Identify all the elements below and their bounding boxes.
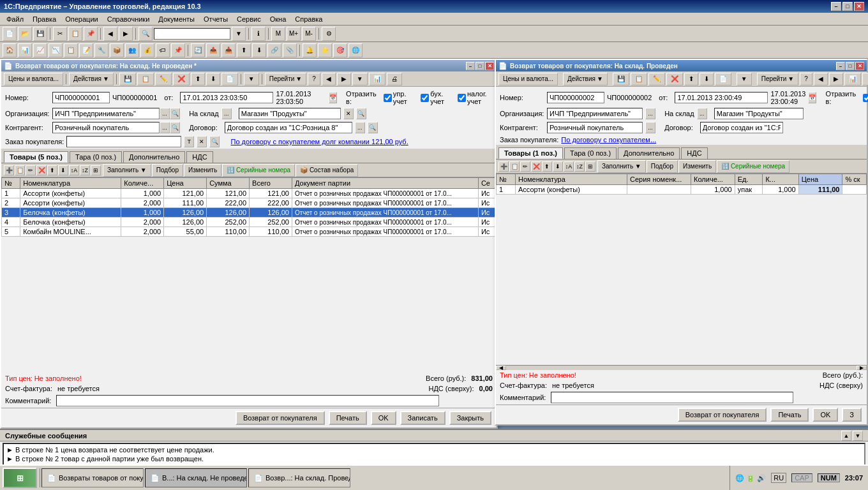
w2-tb-icon9[interactable]: ▶: [829, 73, 843, 85]
tb2-btn2[interactable]: 📊: [18, 43, 32, 57]
dogovor-search-btn[interactable]: 🔍: [368, 122, 378, 133]
actions-btn[interactable]: Действия ▼: [69, 73, 114, 85]
w2-serial-btn[interactable]: 🔢 Серийные номера: [717, 160, 789, 173]
table-row[interactable]: 2 Ассорти (конфеты) 2,000 111,00 222,00 …: [2, 198, 497, 208]
zakaz-search-btn[interactable]: 🔍: [209, 136, 220, 147]
tb-m[interactable]: M: [271, 27, 285, 41]
tb-paste[interactable]: 📌: [84, 27, 98, 41]
vozvrat-btn[interactable]: Возврат от покупателя: [236, 411, 325, 425]
window2-hscroll[interactable]: ◀ ▶: [496, 365, 867, 370]
tb2-btn16[interactable]: ⬆: [237, 43, 251, 57]
tb-icon8[interactable]: ◀: [322, 73, 336, 85]
org-search-btn[interactable]: 🔍: [170, 108, 180, 119]
w2-tab-tara[interactable]: Тара (0 поз.): [564, 147, 617, 159]
w2-tbl-sort2[interactable]: ↕Z: [574, 161, 585, 172]
window1-close[interactable]: ✕: [485, 62, 494, 70]
scroll-left-btn[interactable]: ◀: [496, 366, 506, 370]
nalog-uchet-check[interactable]: налог. учет: [458, 90, 493, 105]
tb2-btn20[interactable]: 🔔: [303, 43, 317, 57]
tab-tovary[interactable]: Товары (5 поз.): [4, 151, 68, 163]
tb-icon7[interactable]: 📄: [221, 73, 238, 85]
table-row[interactable]: 3 Белочка (конфеты) 1,000 126,00 126,00 …: [2, 208, 497, 218]
zapolnit-btn[interactable]: Заполнить ▼: [103, 164, 151, 177]
w2-zapolnit-btn[interactable]: Заполнить ▼: [597, 160, 646, 173]
taskbar-item-3[interactable]: 📄 Возвр...: На склад. Проведен: [248, 468, 350, 487]
tab-nds[interactable]: НДС: [186, 151, 213, 163]
w2-vozvrat-btn[interactable]: Возврат от покупателя: [678, 408, 767, 422]
w2-org-btn[interactable]: ...: [645, 108, 655, 119]
close-btn[interactable]: ✕: [854, 2, 864, 11]
tb-open[interactable]: 📂: [18, 27, 32, 41]
tb2-btn4[interactable]: 📉: [49, 43, 63, 57]
w2-actions-btn[interactable]: Действия ▼: [563, 73, 608, 85]
zakaz-x-btn[interactable]: ✕: [197, 136, 207, 147]
w2-dogovor-link[interactable]: По договору с покупателем...: [561, 136, 656, 144]
dogovor-link[interactable]: По договору с покупателем долг компании …: [231, 138, 408, 145]
tb-cut[interactable]: ✂: [53, 27, 67, 41]
w2-comment-input[interactable]: [551, 392, 793, 403]
scroll-right-btn[interactable]: ▶: [857, 366, 867, 370]
perejti-btn[interactable]: Перейти ▼: [265, 73, 307, 85]
tb-icon9[interactable]: ▶: [337, 73, 351, 85]
taskbar-item-1[interactable]: 📄 Возвраты товаров от покуп...: [41, 468, 144, 487]
w2-podbor-btn[interactable]: Подбор: [647, 160, 678, 173]
w2-tb-icon3[interactable]: ✏️: [648, 73, 665, 85]
menu-service[interactable]: Сервис: [233, 14, 265, 24]
tb-search[interactable]: 🔍: [138, 27, 153, 41]
w2-date-btn[interactable]: 📅: [808, 92, 816, 103]
zakaz-input[interactable]: [66, 136, 181, 147]
tb-icon6[interactable]: ⬇: [206, 73, 220, 85]
tb-icon1[interactable]: 💾: [119, 73, 136, 85]
w2-dogovor-input[interactable]: [700, 122, 783, 133]
w2-tab-nds[interactable]: НДС: [681, 147, 707, 159]
service-scroll-up[interactable]: ▲: [841, 431, 851, 441]
w2-tb-icon10[interactable]: 📊: [844, 73, 861, 85]
dogovor-input[interactable]: [225, 122, 352, 133]
w2-up-uchet-check[interactable]: упр. учет: [863, 90, 868, 105]
window1-minimize[interactable]: –: [466, 62, 475, 70]
w2-contractor-input[interactable]: [547, 122, 643, 133]
w2-tb-print-btn[interactable]: ▼: [737, 73, 752, 85]
tb2-btn21[interactable]: ⭐: [318, 43, 332, 57]
service-scroll-down[interactable]: ▼: [853, 431, 863, 441]
search-go-btn[interactable]: ▼: [232, 27, 246, 41]
na-sklad-x-btn[interactable]: ✕: [343, 108, 354, 119]
org-btn[interactable]: ...: [160, 108, 170, 119]
tbl-up[interactable]: ⬆: [47, 165, 57, 175]
tb-icon5[interactable]: ⬆: [191, 73, 205, 85]
w2-tb-icon6[interactable]: ⬇: [700, 73, 714, 85]
w2-tbl-add[interactable]: ➕: [498, 161, 509, 172]
tb2-btn13[interactable]: 🔄: [191, 43, 205, 57]
zapisat-btn[interactable]: Записать: [400, 411, 445, 425]
tb2-btn15[interactable]: 📥: [221, 43, 236, 57]
w2-z-btn[interactable]: З: [842, 408, 862, 422]
window1-maximize[interactable]: □: [475, 62, 484, 70]
w2-tbl-down[interactable]: ⬇: [553, 161, 563, 172]
contractor-search-btn[interactable]: 🔍: [170, 122, 180, 133]
ceny-btn[interactable]: Цены и валюта...: [4, 73, 63, 85]
menu-documents[interactable]: Документы: [154, 14, 198, 24]
window2-close[interactable]: ✕: [855, 62, 864, 70]
zakryt-btn[interactable]: Закрыть: [449, 411, 491, 425]
buh-uchet-check[interactable]: бух. учет: [421, 90, 451, 105]
menu-references[interactable]: Справочники: [103, 14, 154, 24]
menu-help[interactable]: Справка: [291, 14, 326, 24]
w2-na-sklad-input[interactable]: [714, 108, 804, 119]
tb2-btn17[interactable]: ⬇: [252, 43, 266, 57]
taskbar-item-2[interactable]: 📄 В...: На склад. Не проведен *: [145, 468, 247, 487]
w2-tbl-copy[interactable]: 📋: [509, 161, 520, 172]
tb-print-btn[interactable]: ▼: [244, 73, 259, 85]
window2-maximize[interactable]: □: [846, 62, 855, 70]
contractor-btn[interactable]: ...: [160, 122, 170, 133]
tbl-del[interactable]: ❌: [36, 165, 47, 175]
tb2-btn23[interactable]: 🌐: [348, 43, 363, 57]
w2-tbl-sort1[interactable]: ↕A: [564, 161, 574, 172]
w2-tbl-grid[interactable]: ⊞: [585, 161, 595, 172]
table-row[interactable]: 1 Ассорти (конфеты) 1,000 121,00 121,00 …: [2, 189, 497, 198]
tb-save[interactable]: 💾: [33, 27, 47, 41]
tb-forward[interactable]: ▶: [119, 27, 133, 41]
tb-mminus[interactable]: M-: [302, 27, 316, 41]
tb2-btn5[interactable]: 📋: [64, 43, 78, 57]
tb2-btn19[interactable]: 📎: [283, 43, 297, 57]
w2-pechat-btn[interactable]: Печать: [770, 408, 809, 422]
